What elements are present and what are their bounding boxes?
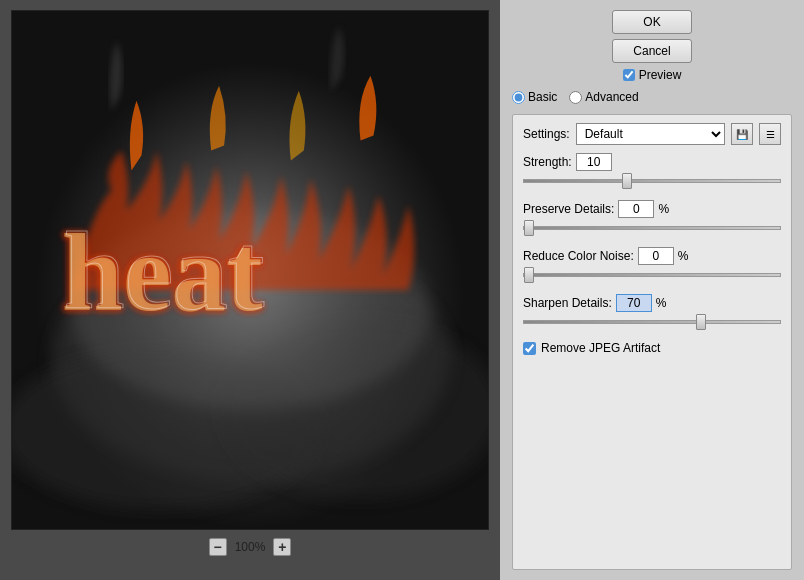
basic-label: Basic <box>528 90 557 104</box>
basic-radio[interactable] <box>512 91 525 104</box>
cancel-button[interactable]: Cancel <box>612 39 692 63</box>
zoom-label: 100% <box>235 540 266 554</box>
sharpen-details-label-row: Sharpen Details: % <box>523 294 781 312</box>
preserve-details-label: Preserve Details: <box>523 202 614 216</box>
strength-group: Strength: <box>523 153 781 188</box>
strength-slider-container <box>523 174 781 188</box>
advanced-radio-label[interactable]: Advanced <box>569 90 638 104</box>
strength-slider[interactable] <box>523 179 781 183</box>
advanced-label: Advanced <box>585 90 638 104</box>
advanced-radio[interactable] <box>569 91 582 104</box>
ok-button[interactable]: OK <box>612 10 692 34</box>
reduce-color-noise-group: Reduce Color Noise: % <box>523 247 781 282</box>
preserve-details-unit: % <box>658 202 669 216</box>
sharpen-details-slider[interactable] <box>523 320 781 324</box>
reduce-color-noise-label: Reduce Color Noise: <box>523 249 634 263</box>
settings-panel: Settings: Default 💾 ☰ Strength: Preserve… <box>512 114 792 570</box>
settings-menu-button[interactable]: ☰ <box>759 123 781 145</box>
preserve-details-group: Preserve Details: % <box>523 200 781 235</box>
preview-checkbox-label[interactable]: Preview <box>639 68 682 82</box>
sharpen-details-unit: % <box>656 296 667 310</box>
preserve-details-slider-container <box>523 221 781 235</box>
preserve-details-input[interactable] <box>618 200 654 218</box>
basic-radio-label[interactable]: Basic <box>512 90 557 104</box>
sharpen-details-label: Sharpen Details: <box>523 296 612 310</box>
reduce-color-noise-slider[interactable] <box>523 273 781 277</box>
preview-canvas: heat heat heat heat heat <box>11 10 489 530</box>
preview-checkbox-row: Preview <box>623 68 682 82</box>
settings-select[interactable]: Default <box>576 123 725 145</box>
strength-input[interactable] <box>576 153 612 171</box>
reduce-color-noise-unit: % <box>678 249 689 263</box>
sharpen-details-group: Sharpen Details: % <box>523 294 781 329</box>
preview-toolbar: − 100% + <box>209 538 292 556</box>
strength-label: Strength: <box>523 155 572 169</box>
top-buttons: OK Cancel Preview <box>512 10 792 82</box>
controls-panel: OK Cancel Preview Basic Advanced Setting… <box>500 0 804 580</box>
reduce-color-noise-label-row: Reduce Color Noise: % <box>523 247 781 265</box>
zoom-out-button[interactable]: − <box>209 538 227 556</box>
reduce-color-noise-input[interactable] <box>638 247 674 265</box>
floppy-icon: 💾 <box>736 129 748 140</box>
sharpen-details-input[interactable] <box>616 294 652 312</box>
preview-checkbox[interactable] <box>623 69 635 81</box>
settings-row: Settings: Default 💾 ☰ <box>523 123 781 145</box>
remove-jpeg-label[interactable]: Remove JPEG Artifact <box>541 341 660 355</box>
remove-jpeg-checkbox[interactable] <box>523 342 536 355</box>
zoom-in-button[interactable]: + <box>273 538 291 556</box>
preview-panel: heat heat heat heat heat − 100% + <box>0 0 500 580</box>
sharpen-details-slider-container <box>523 315 781 329</box>
settings-save-button[interactable]: 💾 <box>731 123 753 145</box>
preserve-details-slider[interactable] <box>523 226 781 230</box>
menu-icon: ☰ <box>766 129 775 140</box>
reduce-color-noise-slider-container <box>523 268 781 282</box>
preserve-details-label-row: Preserve Details: % <box>523 200 781 218</box>
mode-radio-group: Basic Advanced <box>512 90 792 104</box>
remove-jpeg-row: Remove JPEG Artifact <box>523 341 781 355</box>
strength-label-row: Strength: <box>523 153 781 171</box>
svg-text:heat: heat <box>64 210 265 332</box>
settings-label: Settings: <box>523 127 570 141</box>
